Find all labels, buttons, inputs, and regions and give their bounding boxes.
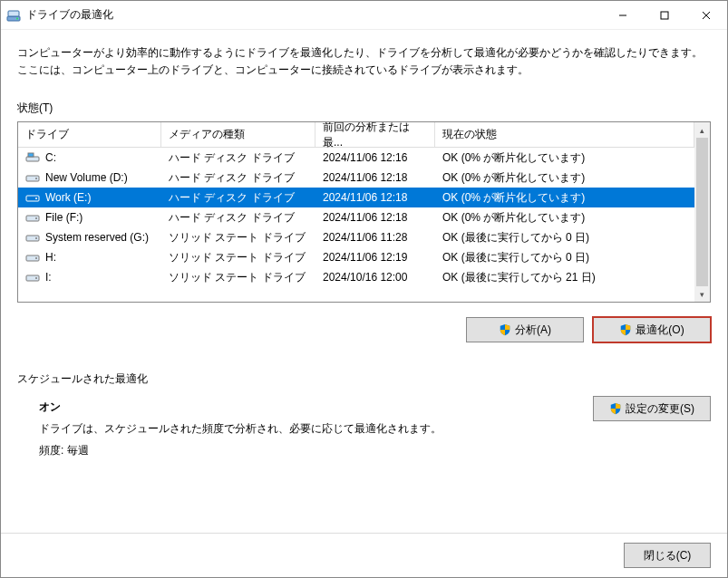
analyze-button[interactable]: 分析(A) <box>466 317 584 342</box>
optimize-button[interactable]: 最適化(O) <box>593 317 711 342</box>
drive-status: OK (最後に実行してから 0 日) <box>435 230 694 246</box>
svg-rect-7 <box>26 157 39 161</box>
drive-row[interactable]: System reserved (G:)ソリッド ステート ドライブ2024/1… <box>18 227 694 247</box>
drive-media: ソリッド ステート ドライブ <box>161 250 315 265</box>
shield-icon <box>609 402 622 415</box>
column-header-drive[interactable]: ドライブ <box>18 122 161 147</box>
drive-icon <box>25 152 40 163</box>
intro-line1: コンピューターがより効率的に動作するようにドライブを最適化したり、ドライブを分析… <box>17 44 711 62</box>
drive-list-header: ドライブ メディアの種類 前回の分析または最... 現在の状態 <box>18 122 694 148</box>
drive-status: OK (0% が断片化しています) <box>435 210 694 226</box>
scroll-down-arrow[interactable]: ▾ <box>694 286 710 302</box>
close-button[interactable] <box>685 2 727 29</box>
shield-icon <box>619 323 632 336</box>
svg-point-18 <box>35 257 37 259</box>
drive-last-run: 2024/11/06 11:28 <box>315 231 435 244</box>
drive-status: OK (0% が断片化しています) <box>435 170 694 186</box>
app-icon <box>6 8 21 23</box>
svg-point-12 <box>35 197 37 199</box>
drive-status: OK (0% が断片化しています) <box>435 190 694 206</box>
drive-row[interactable]: I:ソリッド ステート ドライブ2024/10/16 12:00OK (最後に実… <box>18 267 694 287</box>
change-settings-label: 設定の変更(S) <box>626 401 694 417</box>
optimize-button-label: 最適化(O) <box>636 323 684 338</box>
change-settings-button[interactable]: 設定の変更(S) <box>593 396 711 421</box>
schedule-frequency: 頻度: 毎週 <box>39 439 593 461</box>
titlebar: ドライブの最適化 <box>1 1 727 30</box>
drive-last-run: 2024/11/06 12:19 <box>315 251 435 264</box>
svg-point-14 <box>35 217 37 219</box>
drive-last-run: 2024/11/06 12:18 <box>315 211 435 224</box>
drive-last-run: 2024/11/06 12:18 <box>315 191 435 204</box>
minimize-button[interactable] <box>602 2 644 29</box>
schedule-section-label: スケジュールされた最適化 <box>17 371 711 387</box>
scroll-up-arrow[interactable]: ▴ <box>694 122 710 138</box>
drive-last-run: 2024/11/06 12:18 <box>315 171 435 184</box>
drive-media: ハード ディスク ドライブ <box>161 150 315 166</box>
schedule-description: ドライブは、スケジュールされた頻度で分析され、必要に応じて最適化されます。 <box>39 418 593 439</box>
drive-name: I: <box>45 271 52 284</box>
drive-name: System reserved (G:) <box>45 231 149 244</box>
close-button-label: 閉じる(C) <box>644 548 692 564</box>
drive-status: OK (最後に実行してから 0 日) <box>435 250 694 265</box>
schedule-on-label: オン <box>39 396 593 418</box>
drive-media: ソリッド ステート ドライブ <box>161 230 315 246</box>
close-dialog-button[interactable]: 閉じる(C) <box>624 543 711 568</box>
drive-media: ハード ディスク ドライブ <box>161 170 315 186</box>
drive-last-run: 2024/10/16 12:00 <box>315 271 435 284</box>
drive-row[interactable]: C:ハード ディスク ドライブ2024/11/06 12:16OK (0% が断… <box>18 148 694 168</box>
shield-icon <box>499 323 511 336</box>
scrollbar[interactable]: ▴ ▾ <box>694 122 710 302</box>
drive-icon <box>25 232 40 243</box>
intro-text: コンピューターがより効率的に動作するようにドライブを最適化したり、ドライブを分析… <box>17 44 711 79</box>
drive-row[interactable]: New Volume (D:)ハード ディスク ドライブ2024/11/06 1… <box>18 168 694 188</box>
drive-name: New Volume (D:) <box>45 171 128 184</box>
column-header-media[interactable]: メディアの種類 <box>161 122 315 147</box>
drive-status: OK (最後に実行してから 21 日) <box>435 270 694 285</box>
svg-point-10 <box>35 178 37 179</box>
drive-list-container: ドライブ メディアの種類 前回の分析または最... 現在の状態 C:ハード ディ… <box>17 121 711 303</box>
drive-row[interactable]: H:ソリッド ステート ドライブ2024/11/06 12:19OK (最後に実… <box>18 247 694 267</box>
drive-status: OK (0% が断片化しています) <box>435 150 694 166</box>
drive-row[interactable]: File (F:)ハード ディスク ドライブ2024/11/06 12:18OK… <box>18 207 694 227</box>
intro-line2: ここには、コンピューター上のドライブと、コンピューターに接続されているドライブが… <box>17 62 711 79</box>
drive-name: Work (E:) <box>45 191 91 204</box>
drive-icon <box>25 192 40 203</box>
svg-rect-4 <box>661 12 668 19</box>
svg-rect-1 <box>8 11 19 16</box>
drive-media: ハード ディスク ドライブ <box>161 190 315 206</box>
drive-media: ハード ディスク ドライブ <box>161 210 315 226</box>
drive-row[interactable]: Work (E:)ハード ディスク ドライブ2024/11/06 12:18OK… <box>18 188 694 207</box>
drive-icon <box>25 252 40 263</box>
svg-point-20 <box>35 277 37 279</box>
maximize-button[interactable] <box>644 2 685 29</box>
drive-icon <box>25 172 40 183</box>
svg-point-2 <box>16 17 18 19</box>
svg-point-16 <box>35 237 37 239</box>
column-header-last[interactable]: 前回の分析または最... <box>315 122 435 147</box>
drive-icon <box>25 212 40 223</box>
optimize-drives-window: ドライブの最適化 コンピューターがより効率的に動作するようにドライブを最適化した… <box>0 0 728 578</box>
drive-name: C: <box>45 151 56 164</box>
column-header-status[interactable]: 現在の状態 <box>435 122 694 147</box>
drive-name: File (F:) <box>45 211 83 224</box>
window-title: ドライブの最適化 <box>26 7 602 23</box>
svg-rect-8 <box>28 153 34 157</box>
drive-list-body: C:ハード ディスク ドライブ2024/11/06 12:16OK (0% が断… <box>18 148 694 287</box>
drive-last-run: 2024/11/06 12:16 <box>315 151 435 164</box>
scroll-thumb[interactable] <box>696 138 708 286</box>
drive-media: ソリッド ステート ドライブ <box>161 270 315 285</box>
drive-name: H: <box>45 251 56 264</box>
drive-icon <box>25 272 40 283</box>
status-section-label: 状態(T) <box>17 101 711 116</box>
analyze-button-label: 分析(A) <box>515 323 551 338</box>
